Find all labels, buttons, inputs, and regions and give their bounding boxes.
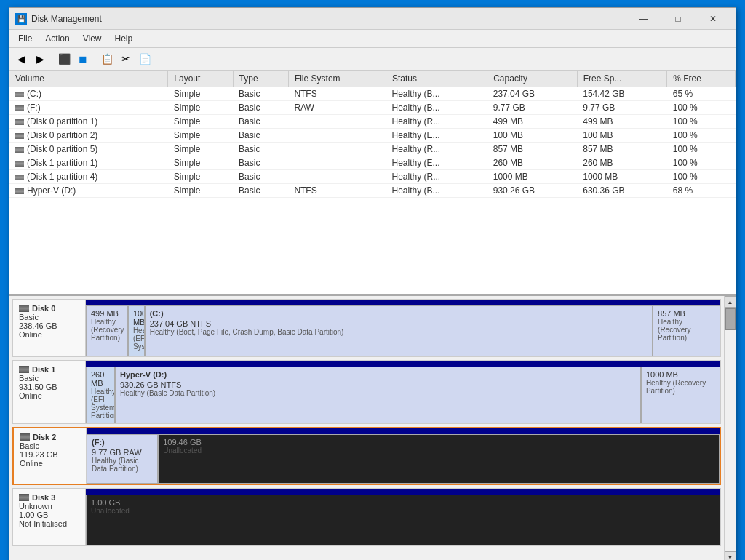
col-status: Status	[386, 71, 487, 87]
cell-type: Basic	[233, 143, 288, 156]
cell-type: Basic	[233, 115, 288, 129]
close-button[interactable]: ✕	[696, 12, 730, 26]
disk-label-disk3: Disk 3 Unknown 1.00 GB Not Initialised	[13, 489, 86, 545]
disk-label-disk1: Disk 1 Basic 931.50 GB Online	[13, 361, 86, 423]
cell-status: Healthy (R...	[386, 115, 487, 129]
cell-capacity: 930.26 GB	[487, 184, 578, 198]
partition-disk0-3[interactable]: 857 MB Healthy (Recovery Partition)	[653, 305, 720, 356]
cell-capacity: 100 MB	[487, 129, 578, 143]
disk-row-disk2[interactable]: Disk 2 Basic 119.23 GB Online (F:) 9.77 …	[12, 427, 721, 485]
cell-pct: 100 %	[667, 170, 736, 184]
menu-action[interactable]: Action	[39, 31, 75, 46]
cell-layout: Simple	[168, 170, 233, 184]
disk-row-disk1[interactable]: Disk 1 Basic 931.50 GB Online 260 MB Hea…	[12, 360, 721, 424]
col-type: Type	[233, 71, 288, 87]
cell-pct: 100 %	[667, 143, 736, 156]
cell-capacity: 9.77 GB	[487, 101, 578, 115]
cell-fs	[288, 170, 386, 184]
partition-desc: Healthy (Basic Data Partition)	[120, 389, 636, 397]
table-row[interactable]: Hyper-V (D:) Simple Basic NTFS Healthy (…	[9, 184, 736, 198]
cell-pct: 100 %	[667, 101, 736, 115]
cell-capacity: 499 MB	[487, 115, 578, 129]
partition-desc: Healthy (EFI System	[133, 327, 140, 351]
table-row[interactable]: (Disk 0 partition 1) Simple Basic Health…	[9, 115, 736, 129]
partition-disk0-0[interactable]: 499 MB Healthy (Recovery Partition)	[86, 305, 128, 356]
cell-capacity: 1000 MB	[487, 170, 578, 184]
cell-layout: Simple	[168, 129, 233, 143]
scroll-up-btn[interactable]: ▲	[725, 296, 736, 308]
disk-row-disk3[interactable]: Disk 3 Unknown 1.00 GB Not Initialised 1…	[12, 488, 721, 546]
cell-status: Healthy (B...	[386, 101, 487, 115]
toolbar-btn5[interactable]: 📄	[136, 50, 154, 68]
cell-free: 260 MB	[577, 156, 667, 170]
cell-volume: (C:)	[9, 87, 168, 101]
table-row[interactable]: (Disk 0 partition 2) Simple Basic Health…	[9, 129, 736, 143]
partition-disk2-0[interactable]: (F:) 9.77 GB RAW Healthy (Basic Data Par…	[87, 434, 158, 484]
partition-title: (F:)	[92, 438, 153, 447]
partition-disk0-1[interactable]: 100 MB Healthy (EFI System	[128, 305, 145, 356]
partition-size: 9.77 GB RAW	[92, 448, 153, 457]
cell-layout: Simple	[168, 101, 233, 115]
title-bar-controls: — □ ✕	[626, 12, 730, 26]
cell-layout: Simple	[168, 143, 233, 156]
disk-size: 119.23 GB	[20, 450, 80, 459]
disk-area: Disk 0 Basic 238.46 GB Online 499 MB Hea…	[9, 296, 724, 560]
partition-disk2-1[interactable]: 109.46 GB Unallocated	[158, 434, 720, 484]
col-capacity: Capacity	[487, 71, 578, 87]
toolbar-btn3[interactable]: 📋	[98, 50, 116, 68]
disk-partitions-row: 1.00 GB Unallocated	[86, 495, 720, 545]
cell-fs: NTFS	[288, 87, 386, 101]
cell-free: 100 MB	[577, 129, 667, 143]
title-bar-left: 💾 Disk Management	[15, 13, 102, 25]
cell-layout: Simple	[168, 87, 233, 101]
cell-pct: 100 %	[667, 115, 736, 129]
partition-title: Hyper-V (D:)	[120, 370, 636, 379]
table-row[interactable]: (Disk 0 partition 5) Simple Basic Health…	[9, 143, 736, 156]
toolbar-forward[interactable]: ▶	[31, 50, 49, 68]
table-row[interactable]: (F:) Simple Basic RAW Healthy (B... 9.77…	[9, 101, 736, 115]
cell-volume: (Disk 0 partition 2)	[9, 129, 168, 143]
menu-view[interactable]: View	[77, 31, 108, 46]
disk-size: 238.46 GB	[19, 321, 79, 330]
toolbar: ◀ ▶ ⬛ ◼ 📋 ✂ 📄	[9, 48, 736, 71]
disk-partitions-disk0: 499 MB Healthy (Recovery Partition) 100 …	[86, 300, 720, 356]
partition-disk3-0[interactable]: 1.00 GB Unallocated	[86, 495, 720, 545]
scrollbar[interactable]: ▲ ▼	[724, 296, 736, 560]
maximize-button[interactable]: □	[661, 12, 695, 26]
scroll-thumb[interactable]	[725, 308, 736, 330]
cell-volume: (Disk 0 partition 5)	[9, 143, 168, 156]
table-row[interactable]: (C:) Simple Basic NTFS Healthy (B... 237…	[9, 87, 736, 101]
menu-help[interactable]: Help	[109, 31, 139, 46]
partition-disk1-1[interactable]: Hyper-V (D:) 930.26 GB NTFS Healthy (Bas…	[115, 367, 641, 423]
cell-type: Basic	[233, 156, 288, 170]
partition-size: 930.26 GB NTFS	[120, 380, 636, 389]
disk-partitions-disk3: 1.00 GB Unallocated	[86, 489, 720, 545]
app-icon: 💾	[15, 13, 27, 25]
cell-free: 1000 MB	[577, 170, 667, 184]
table-row[interactable]: (Disk 1 partition 4) Simple Basic Health…	[9, 170, 736, 184]
toolbar-btn4[interactable]: ✂	[117, 50, 135, 68]
col-volume: Volume	[9, 71, 168, 87]
partition-disk1-0[interactable]: 260 MB Healthy (EFI System Partition)	[86, 367, 115, 423]
menu-file[interactable]: File	[12, 31, 38, 46]
toolbar-btn2[interactable]: ◼	[74, 50, 92, 68]
partition-disk0-2[interactable]: (C:) 237.04 GB NTFS Healthy (Boot, Page …	[145, 305, 653, 356]
cell-pct: 100 %	[667, 129, 736, 143]
disk-partitions-disk2: (F:) 9.77 GB RAW Healthy (Basic Data Par…	[87, 428, 720, 484]
disk-partitions-row: 260 MB Healthy (EFI System Partition) Hy…	[86, 367, 720, 423]
cell-layout: Simple	[168, 156, 233, 170]
disk-status: Not Initialised	[19, 519, 79, 528]
partition-size: 1.00 GB	[91, 498, 715, 507]
minimize-button[interactable]: —	[626, 12, 660, 26]
toolbar-back[interactable]: ◀	[12, 50, 30, 68]
disk-row-disk0[interactable]: Disk 0 Basic 238.46 GB Online 499 MB Hea…	[12, 299, 721, 357]
partition-desc: Healthy (EFI System Partition)	[91, 388, 110, 420]
table-row[interactable]: (Disk 1 partition 1) Simple Basic Health…	[9, 156, 736, 170]
cell-free: 499 MB	[577, 115, 667, 129]
partition-disk1-2[interactable]: 1000 MB Healthy (Recovery Partition)	[641, 367, 720, 423]
scroll-track	[725, 308, 736, 551]
cell-pct: 100 %	[667, 156, 736, 170]
disk-label-disk2: Disk 2 Basic 119.23 GB Online	[14, 428, 87, 484]
toolbar-btn1[interactable]: ⬛	[55, 50, 73, 68]
scroll-down-btn[interactable]: ▼	[725, 551, 736, 560]
